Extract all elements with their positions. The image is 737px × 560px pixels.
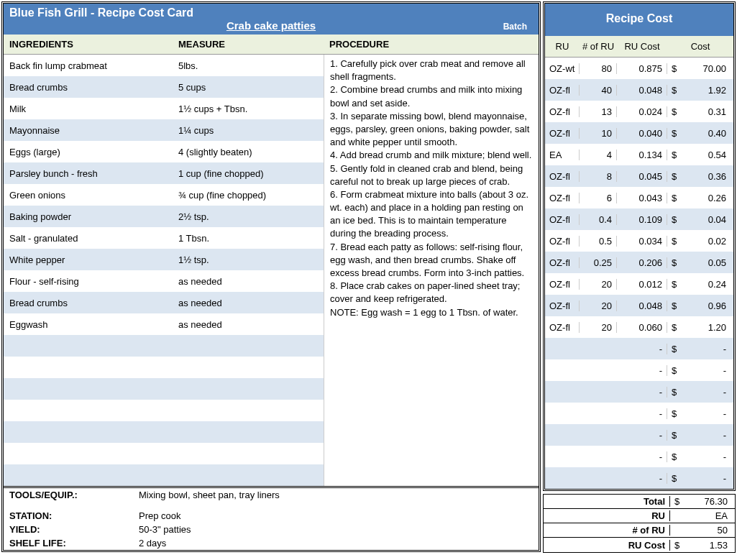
yield-label: YIELD: [9, 524, 139, 535]
ingredient-row: Bread crumbs5 cups [4, 76, 324, 98]
ingredient-row [4, 378, 324, 400]
cost-ru-cost: 0.875 [617, 63, 667, 74]
col-measure: MEASURE [178, 39, 329, 50]
ingredient-row [4, 400, 324, 421]
cost-ru: OZ-fl [545, 193, 580, 203]
batch-label: Batch [503, 22, 527, 32]
col-ingredients: INGREDIENTS [9, 39, 178, 50]
summary-currency: $ [670, 540, 685, 551]
tools-label: TOOLS/EQUIP.: [9, 490, 139, 500]
summary-currency [670, 510, 685, 521]
summary-value: 1.53 [685, 540, 735, 551]
ingredient-name: Green onions [9, 190, 178, 201]
summary-currency [670, 525, 685, 536]
ingredient-row: Baking powder2½ tsp. [4, 206, 324, 227]
ingredient-measure: 1 cup (fine chopped) [178, 168, 318, 179]
cost-row: -$- [545, 403, 733, 424]
cost-ru-cost: - [617, 408, 667, 419]
cost-row: OZ-fl100.040$0.40 [545, 122, 733, 144]
summary-row: Total$76.30 [544, 495, 735, 509]
ingredient-measure: 1¼ cups [178, 125, 318, 136]
summary-value: 76.30 [685, 496, 735, 507]
ingredient-measure: 1½ cups + Tbsn. [178, 104, 318, 114]
cost-currency: $ [667, 150, 682, 160]
tools-value: Mixing bowl, sheet pan, tray liners [139, 490, 533, 500]
summary-row: # of RU50 [544, 523, 735, 538]
ingredient-row [4, 421, 324, 443]
cost-row: -$- [545, 381, 733, 403]
cost-ru-cost: 0.034 [617, 236, 667, 247]
cost-row: OZ-fl60.043$0.26 [545, 187, 733, 208]
ingredient-name: Baking powder [9, 211, 178, 222]
cost-total: 1.92 [682, 85, 733, 96]
station-label: STATION: [9, 510, 139, 521]
summary-label: RU Cost [544, 540, 670, 551]
col-procedure: PROCEDURE [329, 39, 533, 50]
cost-ru-cost: - [617, 387, 667, 398]
recipe-name: Crab cake patties Batch [9, 19, 533, 32]
cost-row: -$- [545, 446, 733, 467]
ingredient-name: Salt - granulated [9, 233, 178, 244]
cost-row: OZ-fl0.250.206$0.05 [545, 252, 733, 273]
ingredient-measure: 5lbs. [178, 60, 318, 71]
cost-ru-cost: 0.206 [617, 257, 667, 268]
yield-value: 50-3" patties [139, 524, 533, 535]
cost-num-ru: 6 [580, 193, 617, 203]
ingredient-row [4, 464, 324, 486]
card-title: Blue Fish Grill - Recipe Cost Card [9, 6, 533, 19]
ingredients-list: Back fin lump crabmeat5lbs.Bread crumbs5… [4, 55, 324, 486]
cost-total: - [682, 473, 733, 484]
cost-total: - [682, 387, 733, 398]
cost-row: OZ-fl80.045$0.36 [545, 165, 733, 187]
ingredient-measure: as needed [178, 319, 318, 330]
cost-num-ru: 0.4 [580, 214, 617, 225]
cost-row: OZ-fl200.048$0.96 [545, 295, 733, 316]
ingredient-measure: 1 Tbsn. [178, 233, 318, 244]
cost-num-ru: 0.25 [580, 257, 617, 268]
cost-ru-cost: 0.043 [617, 193, 667, 203]
cost-ru-cost: 0.012 [617, 279, 667, 290]
ingredient-row: Eggs (large)4 (slightly beaten) [4, 141, 324, 162]
cost-total: 0.24 [682, 279, 733, 290]
cost-total: 0.31 [682, 106, 733, 117]
cost-total: - [682, 451, 733, 462]
ingredient-name: Back fin lump crabmeat [9, 60, 178, 71]
ingredient-row: Bread crumbsas needed [4, 292, 324, 313]
procedure-line: 4. Add bread crumb and milk mixture; ble… [330, 149, 533, 162]
cost-ru-cost: 0.040 [617, 128, 667, 139]
station-value: Prep cook [139, 510, 533, 521]
cost-currency: $ [667, 451, 682, 462]
cost-ru: OZ-fl [545, 214, 580, 225]
cost-currency: $ [667, 322, 682, 333]
summary-value: EA [685, 510, 735, 521]
ingredient-measure: as needed [178, 276, 318, 287]
cost-row: OZ-fl0.40.109$0.04 [545, 208, 733, 230]
col-num-ru: # of RU [580, 41, 617, 52]
cost-currency: $ [667, 128, 682, 139]
cost-row: -$- [545, 424, 733, 446]
ingredient-row: Mayonnaise1¼ cups [4, 119, 324, 141]
cost-row: -$- [545, 338, 733, 359]
procedure-line: 1. Carefully pick over crab meat and rem… [330, 58, 533, 83]
cost-ru-cost: - [617, 451, 667, 462]
cost-ru-cost: 0.134 [617, 150, 667, 160]
cost-ru-cost: - [617, 344, 667, 354]
ingredient-row [4, 335, 324, 357]
cost-currency: $ [667, 171, 682, 182]
cost-ru: OZ-fl [545, 279, 580, 290]
ingredient-name: Eggs (large) [9, 147, 178, 157]
cost-total: - [682, 344, 733, 354]
cost-currency: $ [667, 63, 682, 74]
cost-ru: OZ-fl [545, 171, 580, 182]
cost-num-ru: 80 [580, 63, 617, 74]
cost-total: 0.05 [682, 257, 733, 268]
recipe-name-text: Crab cake patties [226, 19, 316, 32]
procedure-text: 1. Carefully pick over crab meat and rem… [324, 55, 539, 486]
cost-ru-cost: - [617, 430, 667, 441]
col-cost: Cost [667, 41, 733, 52]
cost-currency: $ [667, 344, 682, 354]
ingredient-name: Mayonnaise [9, 125, 178, 136]
recipe-card: Blue Fish Grill - Recipe Cost Card Crab … [1, 1, 541, 553]
cost-num-ru: 20 [580, 322, 617, 333]
cost-ru: OZ-fl [545, 300, 580, 311]
